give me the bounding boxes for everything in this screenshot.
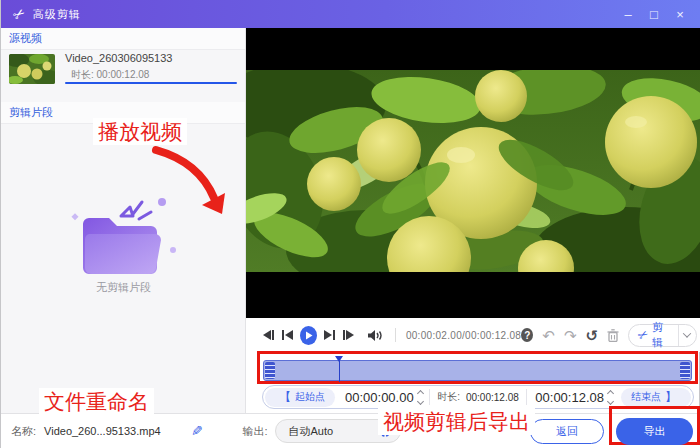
annotation-arrow-icon xyxy=(141,142,241,217)
skip-end-icon[interactable] xyxy=(321,326,337,344)
trim-duration-value: 00:00:12.08 xyxy=(466,392,519,403)
app-scissors-icon: ✂ xyxy=(9,4,28,24)
edit-tools: ? ↶ ↷ ↺ ✂ 剪辑 xyxy=(521,324,697,347)
output-file-name: Video_260...95133.mp4 xyxy=(44,425,161,437)
window-controls: – □ × xyxy=(615,3,693,25)
undo-icon[interactable]: ↶ xyxy=(542,328,555,343)
source-video-name: Video_260306095133 xyxy=(65,52,172,64)
controls-separator xyxy=(395,328,396,342)
playhead-line xyxy=(339,361,340,382)
export-note-annotation: 视频剪辑后导出 xyxy=(378,408,535,435)
name-label: 名称: xyxy=(11,424,36,439)
chevron-down-icon xyxy=(683,329,691,337)
video-preview[interactable] xyxy=(246,28,700,318)
end-point-label: 结束点 xyxy=(631,390,661,404)
start-bracket-icon: 【 xyxy=(279,389,291,406)
clips-section-title: 剪辑片段 xyxy=(9,105,53,120)
source-progress-line xyxy=(65,82,237,84)
back-button[interactable]: 返回 xyxy=(530,419,604,444)
end-bracket-icon: 】 xyxy=(665,389,677,406)
trim-duration-label: 时长: xyxy=(437,390,460,404)
video-frame-pears xyxy=(246,70,700,272)
output-format-value: 自动Auto xyxy=(288,424,333,439)
frame-back-icon[interactable] xyxy=(260,326,276,344)
export-button[interactable]: 导出 xyxy=(616,418,693,445)
skip-start-icon[interactable] xyxy=(280,326,296,344)
close-button[interactable]: × xyxy=(667,3,693,25)
clip-scissors-icon: ✂ xyxy=(635,326,651,343)
end-time-stepper[interactable] xyxy=(608,391,613,404)
rename-pencil-icon[interactable]: ✎ xyxy=(191,423,203,439)
play-button[interactable] xyxy=(300,326,317,345)
stepper-down-icon xyxy=(607,397,614,404)
reset-icon[interactable]: ↺ xyxy=(585,328,598,343)
output-label: 输出: xyxy=(242,424,267,439)
set-start-point-button[interactable]: 【 起始点 xyxy=(265,388,335,407)
playback-time-display: 00:00:02.00/00:00:12.08 xyxy=(406,330,521,341)
duration-value: 00:00:12.08 xyxy=(97,69,150,80)
duration-label: 时长: xyxy=(71,69,94,80)
duration-readout: 时长: 00:00:12.08 xyxy=(430,390,527,404)
playhead[interactable] xyxy=(335,356,344,382)
trash-icon[interactable] xyxy=(607,329,619,342)
source-video-item[interactable]: Video_260306095133 时长: 00:00:12.08 xyxy=(1,50,245,98)
maximize-button[interactable]: □ xyxy=(641,3,667,25)
help-icon[interactable]: ? xyxy=(521,328,533,342)
rename-annotation: 文件重命名 xyxy=(39,388,154,415)
redo-icon[interactable]: ↷ xyxy=(564,328,577,343)
app-window: ✂ 高级剪辑 – □ × 源视频 xyxy=(0,0,700,448)
sidebar: 源视频 Video_260306095133 时长: 00:00:12.08 xyxy=(1,28,246,413)
playback-controls: 00:00:02.00/00:00:12.08 ? ↶ ↷ ↺ ✂ 剪辑 xyxy=(246,318,700,352)
set-end-point-button[interactable]: 结束点 】 xyxy=(621,388,691,407)
minimize-button[interactable]: – xyxy=(615,3,641,25)
clip-dropdown-toggle[interactable] xyxy=(678,325,696,346)
source-section-header: 源视频 xyxy=(1,28,245,50)
video-thumbnail[interactable] xyxy=(9,54,55,84)
window-title: 高级剪辑 xyxy=(33,7,81,22)
frame-forward-icon[interactable] xyxy=(341,326,357,344)
clip-button[interactable]: ✂ 剪辑 xyxy=(628,324,697,347)
timeline-annotation-box xyxy=(257,351,698,384)
source-section-title: 源视频 xyxy=(9,31,42,46)
volume-icon[interactable] xyxy=(367,326,383,344)
trim-start-handle[interactable] xyxy=(265,362,275,379)
start-point-label: 起始点 xyxy=(295,390,325,404)
stepper-down-icon xyxy=(417,397,424,404)
clip-button-label: 剪辑 xyxy=(652,320,670,350)
trim-end-handle[interactable] xyxy=(680,362,690,379)
empty-clips-text: 无剪辑片段 xyxy=(1,280,246,295)
thumbnail-image xyxy=(9,54,55,84)
stepper-up-icon xyxy=(417,389,424,396)
title-bar: ✂ 高级剪辑 – □ × xyxy=(1,0,700,28)
source-video-duration: 时长: 00:00:12.08 xyxy=(71,68,149,82)
start-time-field[interactable]: 00:00:00.00 xyxy=(337,390,418,405)
timeline-slider[interactable] xyxy=(263,360,692,381)
start-time-stepper[interactable] xyxy=(418,391,423,404)
end-time-field[interactable]: 00:00:12.08 xyxy=(527,390,608,405)
stepper-up-icon xyxy=(607,389,614,396)
